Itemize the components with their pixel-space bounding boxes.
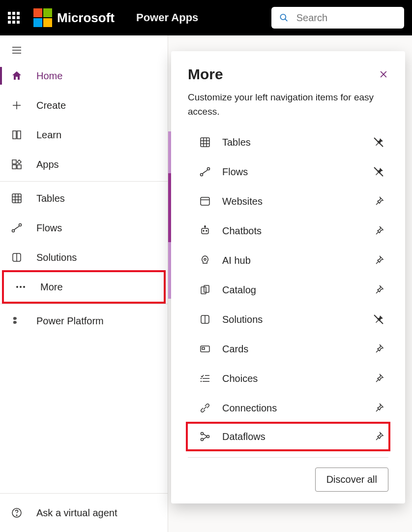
svg-point-16	[19, 224, 22, 226]
more-item-label: AI hub	[222, 255, 373, 266]
unpin-button[interactable]	[373, 136, 384, 148]
svg-rect-8	[17, 165, 21, 169]
svg-point-19	[20, 286, 22, 288]
pin-button[interactable]	[373, 195, 384, 207]
pin-button[interactable]	[373, 343, 384, 355]
more-item-choices[interactable]: Choices	[188, 364, 388, 393]
nav-divider	[0, 181, 168, 182]
catalog-icon	[199, 283, 211, 296]
close-icon	[379, 69, 388, 79]
svg-point-22	[16, 515, 17, 516]
more-item-label: Flows	[222, 166, 373, 178]
nav-item-learn[interactable]: Learn	[0, 120, 168, 150]
search-input[interactable]	[296, 12, 396, 24]
svg-point-15	[12, 230, 15, 232]
pin-button[interactable]	[373, 225, 384, 237]
table-icon	[199, 136, 211, 149]
pin-filled-icon	[373, 313, 384, 325]
pin-outline-icon	[373, 195, 384, 207]
close-button[interactable]	[379, 69, 388, 79]
app-launcher-icon[interactable]	[8, 12, 20, 24]
svg-point-54	[201, 433, 204, 435]
pin-filled-icon	[373, 136, 384, 148]
more-item-cards[interactable]: Cards	[188, 334, 388, 364]
svg-rect-25	[201, 138, 209, 147]
more-item-connections[interactable]: Connections	[188, 393, 388, 423]
pin-outline-icon	[373, 254, 384, 266]
more-item-label: Solutions	[222, 314, 373, 325]
nav-item-solutions[interactable]: Solutions	[0, 243, 168, 272]
svg-point-52	[201, 381, 202, 382]
cards-icon	[199, 343, 211, 355]
more-item-tables[interactable]: Tables	[188, 127, 388, 157]
nav-label: Tables	[36, 193, 65, 204]
nav-item-home[interactable]: Home	[0, 61, 168, 91]
apps-icon	[11, 158, 23, 170]
website-icon	[199, 195, 211, 208]
pin-outline-icon	[373, 431, 384, 442]
more-item-chatbots[interactable]: Chatbots	[188, 216, 388, 246]
ask-virtual-agent[interactable]: Ask a virtual agent	[0, 494, 168, 532]
choices-icon	[199, 372, 211, 385]
nav-list: Home Create Learn Apps Tables	[0, 61, 168, 493]
nav-label: More	[40, 282, 63, 293]
question-icon	[11, 507, 23, 519]
more-item-catalog[interactable]: Catalog	[188, 275, 388, 305]
app-header: Microsoft Power Apps	[0, 0, 412, 35]
more-item-dataflows[interactable]: Dataflows	[186, 422, 390, 451]
svg-point-37	[203, 230, 204, 231]
more-description: Customize your left navigation items for…	[188, 91, 388, 119]
more-item-solutions[interactable]: Solutions	[188, 305, 388, 334]
table-icon	[11, 192, 23, 204]
more-item-flows[interactable]: Flows	[188, 157, 388, 187]
more-item-label: Choices	[222, 373, 373, 384]
more-title: More	[188, 66, 223, 83]
book-icon	[11, 129, 23, 141]
more-item-label: Chatbots	[222, 225, 373, 237]
discover-all-button[interactable]: Discover all	[315, 468, 388, 492]
svg-rect-36	[202, 228, 208, 234]
nav-label: Flows	[36, 222, 62, 234]
nav-hamburger[interactable]	[0, 35, 168, 61]
search-box[interactable]	[271, 7, 404, 29]
more-item-label: Connections	[222, 403, 373, 414]
pin-button[interactable]	[373, 254, 384, 266]
more-item-label: Websites	[222, 196, 373, 207]
app-name: Power Apps	[136, 11, 198, 24]
connections-icon	[199, 402, 211, 414]
pin-button[interactable]	[373, 373, 384, 384]
nav-label: Create	[36, 100, 66, 111]
unpin-button[interactable]	[373, 166, 384, 178]
nav-item-create[interactable]: Create	[0, 91, 168, 120]
solutions-icon	[199, 313, 211, 326]
pin-button[interactable]	[373, 284, 384, 296]
nav-item-flows[interactable]: Flows	[0, 213, 168, 243]
nav-label: Learn	[36, 129, 61, 141]
more-item-websites[interactable]: Websites	[188, 187, 388, 216]
nav-item-more[interactable]: More	[2, 270, 166, 304]
pin-filled-icon	[373, 166, 384, 178]
search-icon	[279, 12, 289, 23]
chatbot-icon	[199, 224, 211, 237]
nav-item-apps[interactable]: Apps	[0, 150, 168, 179]
svg-rect-47	[202, 347, 205, 349]
svg-point-31	[201, 174, 203, 176]
svg-line-53	[204, 407, 206, 409]
svg-rect-10	[12, 194, 21, 203]
svg-rect-34	[201, 197, 209, 205]
pin-button[interactable]	[373, 431, 384, 442]
more-item-ai-hub[interactable]: AI hub	[188, 246, 388, 275]
nav-label: Solutions	[36, 252, 77, 263]
nav-bottom: Ask a virtual agent	[0, 493, 168, 532]
svg-line-1	[285, 19, 288, 21]
left-nav: Home Create Learn Apps Tables	[0, 35, 168, 532]
power-platform-icon	[11, 315, 23, 327]
pin-outline-icon	[373, 343, 384, 355]
more-item-label: Tables	[222, 137, 373, 148]
nav-label: Apps	[36, 159, 59, 170]
unpin-button[interactable]	[373, 313, 384, 325]
nav-item-tables[interactable]: Tables	[0, 184, 168, 213]
nav-item-power-platform[interactable]: Power Platform	[0, 306, 168, 336]
pin-button[interactable]	[373, 402, 384, 414]
brand-text: Microsoft	[57, 10, 115, 26]
